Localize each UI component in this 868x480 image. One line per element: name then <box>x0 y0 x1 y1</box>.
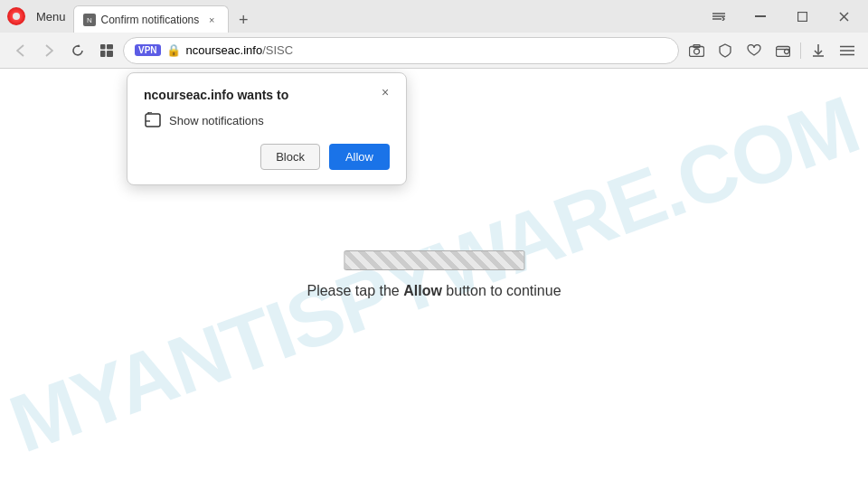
browser-window: Menu N Confirm notifications × + <box>0 0 868 480</box>
svg-rect-11 <box>100 51 106 57</box>
toolbar-icons <box>683 37 861 64</box>
notification-popup: × ncourseac.info wants to Show notificat… <box>127 72 407 185</box>
forward-button[interactable] <box>36 38 61 63</box>
vpn-badge: VPN <box>135 44 161 56</box>
tab-bar: Menu N Confirm notifications × + <box>0 0 868 33</box>
menu-label[interactable]: Menu <box>33 10 70 24</box>
lock-icon: 🔒 <box>166 43 181 57</box>
window-controls <box>698 0 864 33</box>
grid-button[interactable] <box>94 38 119 63</box>
page-content: MYANTISPYWARE.COM × ncourseac.info wants… <box>0 69 868 480</box>
tab-favicon: N <box>83 14 96 26</box>
snooze-button[interactable] <box>698 0 740 33</box>
wallet-button[interactable] <box>769 37 797 64</box>
url-text: ncourseac.info/SISC <box>186 43 667 57</box>
url-domain: ncourseac.info <box>186 43 263 57</box>
tap-text-before: Please tap the <box>307 283 403 298</box>
allow-button[interactable]: Allow <box>329 144 390 170</box>
minimize-button[interactable] <box>740 0 781 33</box>
opera-logo[interactable] <box>4 4 29 29</box>
svg-rect-13 <box>689 46 703 56</box>
svg-rect-5 <box>755 15 766 17</box>
maximize-button[interactable] <box>781 0 823 33</box>
svg-rect-9 <box>100 44 106 50</box>
tap-text-after: button to continue <box>442 283 561 298</box>
tab-group: N Confirm notifications × + <box>73 0 694 33</box>
shield-button[interactable] <box>712 37 739 64</box>
tab-title: Confirm notifications <box>101 14 200 26</box>
tap-instruction: Please tap the Allow button to continue <box>307 283 561 299</box>
address-bar: VPN 🔒 ncourseac.info/SISC <box>0 33 868 69</box>
page-center-content: Please tap the Allow button to continue <box>307 250 561 299</box>
show-notifications-label: Show notifications <box>169 114 264 127</box>
progress-bar <box>344 250 524 270</box>
popup-actions: Block Allow <box>144 144 390 170</box>
svg-text:N: N <box>87 16 92 24</box>
tab-close-button[interactable]: × <box>204 13 219 27</box>
svg-rect-10 <box>107 44 113 50</box>
toolbar-divider <box>800 42 801 59</box>
download-button[interactable] <box>805 37 832 64</box>
notification-bell-icon <box>144 111 162 129</box>
new-tab-button[interactable]: + <box>231 7 256 33</box>
active-tab[interactable]: N Confirm notifications × <box>73 5 230 33</box>
favorites-button[interactable] <box>741 37 768 64</box>
popup-notification-row: Show notifications <box>144 111 390 129</box>
svg-rect-24 <box>146 114 160 127</box>
svg-rect-6 <box>797 12 807 21</box>
svg-point-14 <box>693 49 699 54</box>
back-button[interactable] <box>7 38 33 63</box>
svg-rect-12 <box>107 51 113 57</box>
close-button[interactable] <box>823 0 864 33</box>
url-path: /SISC <box>262 43 293 57</box>
camera-button[interactable] <box>683 37 710 64</box>
svg-point-17 <box>785 49 789 53</box>
url-bar[interactable]: VPN 🔒 ncourseac.info/SISC <box>123 37 679 64</box>
svg-rect-16 <box>777 46 790 56</box>
refresh-button[interactable] <box>65 38 90 63</box>
block-button[interactable]: Block <box>260 144 320 170</box>
popup-title: ncourseac.info wants to <box>144 88 390 102</box>
popup-close-button[interactable]: × <box>375 82 395 102</box>
browser-menu-button[interactable] <box>834 37 861 64</box>
tap-text-bold: Allow <box>403 283 442 298</box>
